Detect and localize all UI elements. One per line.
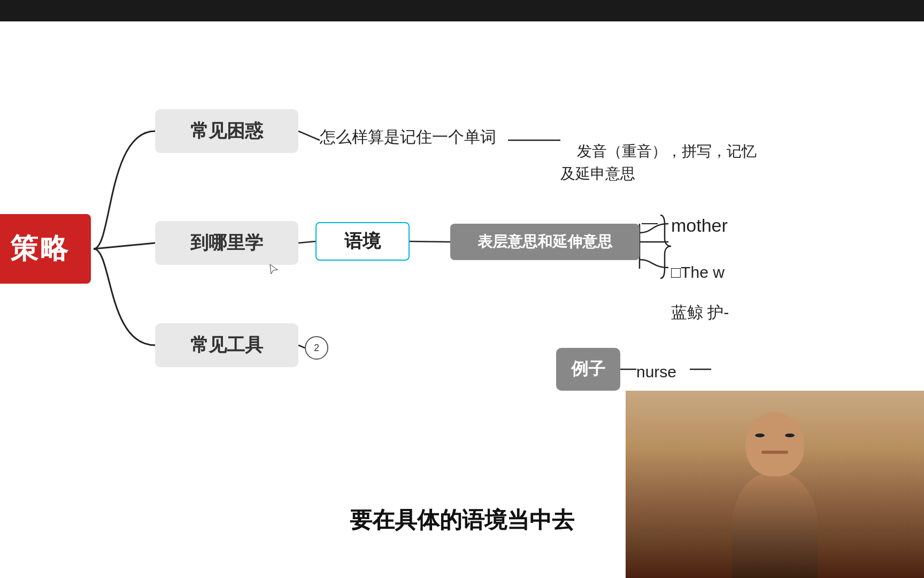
node-biaoceng-label: 表层意思和延伸意思 [478,232,612,252]
cursor [267,263,280,276]
svg-line-4 [298,345,305,348]
text-mother-content: mother [671,215,728,235]
badge-2: 2 [305,336,328,360]
root-label: 策略 [10,230,70,268]
webcam-person [626,391,924,578]
subtitle: 要在具体的语境当中去 [350,505,574,535]
node-dao-nali-xue: 到哪里学 [155,221,298,265]
text-nurse-content: nurse [636,363,676,381]
svg-line-0 [298,131,320,140]
text-zenmeyang: 怎么样算是记住一个单词 [320,126,496,148]
text-zenmeyang-content: 怎么样算是记住一个单词 [320,128,496,146]
node-lizi: 例子 [556,348,620,391]
node-changjian-kunhuo: 常见困惑 [155,109,298,153]
text-lanjing: 蓝鲸 护- [671,302,729,324]
node-changjian-gongju-label: 常见工具 [190,333,263,358]
subtitle-text: 要在具体的语境当中去 [350,507,574,533]
node-changjian-kunhuo-label: 常见困惑 [190,119,263,143]
text-fayin-content: 发音（重音），拼写，记忆 及延申意思 [560,143,757,182]
top-bar [0,0,924,21]
text-lanjing-content: 蓝鲸 护- [671,303,729,321]
text-fayin: 发音（重音），拼写，记忆 及延申意思 [560,118,757,208]
webcam-overlay [626,391,924,578]
node-root: 策略 [0,214,91,284]
node-lizi-label: 例子 [571,358,605,381]
node-dao-nali-xue-label: 到哪里学 [190,231,263,255]
text-nurse: nurse [636,363,676,381]
svg-line-3 [410,241,450,242]
node-biaoceng: 表层意思和延伸意思 [450,224,640,260]
canvas: 策略 常见困惑 到哪里学 常见工具 语境 表层意思和延伸意思 例子 2 怎么样算… [0,21,924,578]
svg-line-2 [298,241,315,243]
node-changjian-gongju: 常见工具 [155,323,298,367]
text-mother: mother [671,215,728,236]
badge-number: 2 [314,343,319,354]
node-yujing: 语境 [315,222,410,261]
node-yujing-label: 语境 [344,229,381,254]
text-the-w-content: □The w [671,263,725,281]
text-the-w: □The w [671,263,725,282]
